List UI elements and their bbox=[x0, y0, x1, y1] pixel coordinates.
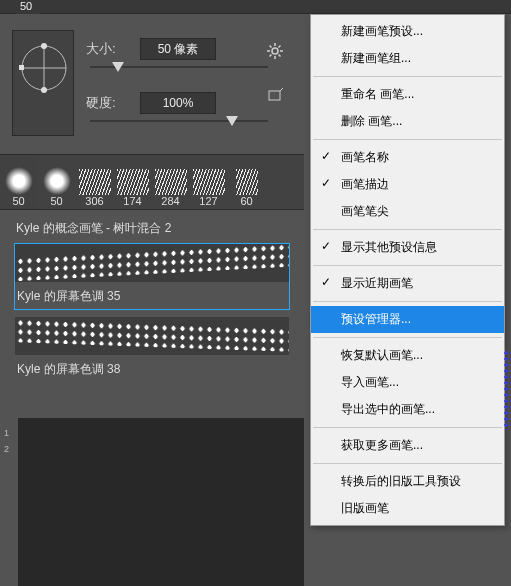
size-label: 大小: bbox=[86, 40, 126, 58]
canvas-area: 1 2 bbox=[0, 418, 304, 586]
hardness-slider[interactable] bbox=[90, 118, 292, 136]
menu-separator bbox=[313, 337, 502, 338]
menu-item[interactable]: 获取更多画笔... bbox=[311, 432, 504, 459]
brush-group-header[interactable]: Kyle 的概念画笔 - 树叶混合 2 bbox=[14, 216, 290, 243]
svg-rect-5 bbox=[19, 65, 24, 70]
hardness-label: 硬度: bbox=[86, 94, 126, 112]
brush-thumb[interactable]: 60 bbox=[228, 157, 265, 209]
menu-separator bbox=[313, 139, 502, 140]
menu-item[interactable]: 新建画笔预设... bbox=[311, 18, 504, 45]
menu-item[interactable]: 预设管理器... bbox=[311, 306, 504, 333]
menu-item[interactable]: 画笔描边 bbox=[311, 171, 504, 198]
decorative-edge bbox=[503, 350, 511, 430]
menu-separator bbox=[313, 229, 502, 230]
svg-point-6 bbox=[272, 48, 278, 54]
brush-thumb[interactable]: 127 bbox=[190, 157, 227, 209]
menu-separator bbox=[313, 265, 502, 266]
size-readout: 50 bbox=[16, 0, 40, 14]
menu-separator bbox=[313, 301, 502, 302]
brush-thumb[interactable]: 174 bbox=[114, 157, 151, 209]
menu-item[interactable]: 导入画笔... bbox=[311, 369, 504, 396]
svg-rect-15 bbox=[269, 91, 280, 100]
size-slider[interactable] bbox=[90, 64, 292, 82]
menu-separator bbox=[313, 427, 502, 428]
svg-line-11 bbox=[270, 46, 272, 48]
brush-item-label: Kyle 的屏幕色调 35 bbox=[15, 282, 289, 309]
brush-thumbnails: 50 50 306 174 284 127 60 bbox=[0, 154, 304, 210]
menu-item[interactable]: 恢复默认画笔... bbox=[311, 342, 504, 369]
brush-list-item[interactable]: Kyle 的屏幕色调 38 bbox=[14, 316, 290, 383]
brush-panel: 大小: 50 像素 硬度: 100% 50 50 306 174 284 127… bbox=[0, 14, 304, 395]
menu-item[interactable]: 重命名 画笔... bbox=[311, 81, 504, 108]
slider-thumb-icon[interactable] bbox=[112, 62, 124, 72]
size-input[interactable]: 50 像素 bbox=[140, 38, 216, 60]
menu-item[interactable]: 转换后的旧版工具预设 bbox=[311, 468, 504, 495]
menu-item[interactable]: 删除 画笔... bbox=[311, 108, 504, 135]
menu-item[interactable]: 显示近期画笔 bbox=[311, 270, 504, 297]
brush-list: Kyle 的概念画笔 - 树叶混合 2 Kyle 的屏幕色调 35 Kyle 的… bbox=[0, 210, 304, 395]
create-preset-icon[interactable] bbox=[268, 88, 284, 105]
svg-line-14 bbox=[270, 55, 272, 57]
svg-line-13 bbox=[279, 46, 281, 48]
svg-line-12 bbox=[279, 55, 281, 57]
slider-thumb-icon[interactable] bbox=[226, 116, 238, 126]
svg-point-3 bbox=[41, 43, 47, 49]
menu-item[interactable]: 画笔名称 bbox=[311, 144, 504, 171]
menu-item[interactable]: 显示其他预设信息 bbox=[311, 234, 504, 261]
brush-context-menu: 新建画笔预设...新建画笔组...重命名 画笔...删除 画笔...画笔名称画笔… bbox=[310, 14, 505, 526]
brush-thumb[interactable]: 50 bbox=[0, 157, 37, 209]
brush-thumb[interactable]: 306 bbox=[76, 157, 113, 209]
brush-list-item[interactable]: Kyle 的屏幕色调 35 bbox=[14, 243, 290, 310]
menu-item[interactable]: 画笔笔尖 bbox=[311, 198, 504, 225]
menu-item[interactable]: 新建画笔组... bbox=[311, 45, 504, 72]
brush-thumb[interactable]: 284 bbox=[152, 157, 189, 209]
menu-separator bbox=[313, 76, 502, 77]
menu-item[interactable]: 旧版画笔 bbox=[311, 495, 504, 522]
brush-angle-preview[interactable] bbox=[12, 30, 74, 136]
svg-point-4 bbox=[41, 87, 47, 93]
menu-separator bbox=[313, 463, 502, 464]
vertical-ruler: 1 2 bbox=[0, 418, 18, 586]
menu-item[interactable]: 导出选中的画笔... bbox=[311, 396, 504, 423]
hardness-input[interactable]: 100% bbox=[140, 92, 216, 114]
brush-thumb[interactable]: 50 bbox=[38, 157, 75, 209]
gear-icon[interactable] bbox=[266, 42, 284, 63]
brush-item-label: Kyle 的屏幕色调 38 bbox=[15, 355, 289, 382]
